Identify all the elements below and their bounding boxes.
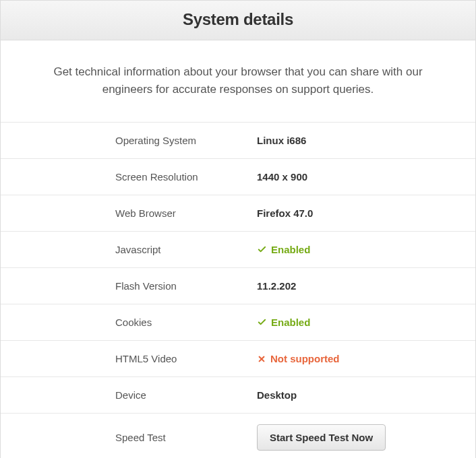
value-html5-video: Not supported <box>257 353 340 364</box>
value-device: Desktop <box>257 389 297 401</box>
value-javascript-text: Enabled <box>271 244 310 255</box>
value-operating-system: Linux i686 <box>257 135 306 146</box>
label-flash-version: Flash Version <box>1 280 257 292</box>
value-cookies-text: Enabled <box>271 317 310 328</box>
details-rows: Operating System Linux i686 Screen Resol… <box>1 123 475 458</box>
row-flash-version: Flash Version 11.2.202 <box>1 268 475 304</box>
row-speed-test: Speed Test Start Speed Test Now <box>1 414 475 458</box>
system-details-card: System details Get technical information… <box>0 0 476 458</box>
label-web-browser: Web Browser <box>1 207 257 219</box>
row-screen-resolution: Screen Resolution 1440 x 900 <box>1 159 475 195</box>
label-screen-resolution: Screen Resolution <box>1 171 257 183</box>
label-operating-system: Operating System <box>1 135 257 146</box>
cross-icon <box>257 354 266 364</box>
card-header: System details <box>1 1 475 40</box>
row-operating-system: Operating System Linux i686 <box>1 123 475 159</box>
intro-text: Get technical information about your bro… <box>1 40 475 123</box>
card-title: System details <box>7 10 469 29</box>
label-html5-video: HTML5 Video <box>1 353 257 364</box>
label-device: Device <box>1 389 257 401</box>
label-cookies: Cookies <box>1 317 257 328</box>
label-javascript: Javascript <box>1 244 257 255</box>
value-speed-test: Start Speed Test Now <box>257 424 386 451</box>
value-web-browser: Firefox 47.0 <box>257 207 313 219</box>
row-device: Device Desktop <box>1 377 475 414</box>
value-screen-resolution: 1440 x 900 <box>257 171 307 183</box>
value-cookies: Enabled <box>257 317 310 328</box>
row-javascript: Javascript Enabled <box>1 232 475 268</box>
start-speed-test-button[interactable]: Start Speed Test Now <box>257 424 386 451</box>
row-html5-video: HTML5 Video Not supported <box>1 341 475 377</box>
check-icon <box>257 244 267 255</box>
check-icon <box>257 317 267 327</box>
row-web-browser: Web Browser Firefox 47.0 <box>1 195 475 232</box>
label-speed-test: Speed Test <box>1 432 257 443</box>
value-flash-version: 11.2.202 <box>257 280 296 292</box>
value-html5-video-text: Not supported <box>270 353 340 364</box>
value-javascript: Enabled <box>257 244 310 255</box>
row-cookies: Cookies Enabled <box>1 304 475 341</box>
